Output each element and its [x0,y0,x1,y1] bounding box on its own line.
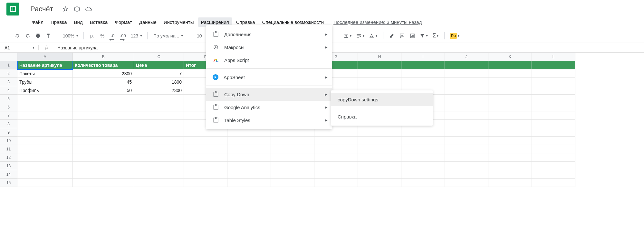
cell-I15[interactable] [401,179,445,187]
cell-E10[interactable] [227,137,271,145]
cell-E12[interactable] [227,153,271,162]
cell-A6[interactable] [17,103,73,111]
cell-D13[interactable] [184,162,227,170]
col-header-I[interactable]: I [401,53,445,61]
addon-shortcut[interactable]: Pч▼ [448,31,461,40]
functions-icon[interactable]: Σ▼ [431,31,440,40]
cell-B13[interactable] [73,162,134,170]
cell-C7[interactable] [134,111,184,120]
decrease-decimal-icon[interactable]: .0 [108,31,117,40]
cell-C5[interactable] [134,95,184,103]
cell-B10[interactable] [73,137,134,145]
menu-item-copy-down[interactable]: Copy Down ▶ [206,88,332,101]
cell-A4[interactable]: Профиль [17,86,73,95]
cell-H11[interactable] [358,145,401,153]
cell-B8[interactable] [73,120,134,128]
cell-H1[interactable] [358,61,401,69]
cell-L11[interactable] [532,145,575,153]
cell-C9[interactable] [134,128,184,137]
cell-J11[interactable] [445,145,488,153]
undo-icon[interactable] [13,31,22,40]
redo-icon[interactable] [23,31,32,40]
cell-G10[interactable] [314,137,358,145]
cell-K9[interactable] [488,128,532,137]
chart-icon[interactable] [408,31,417,40]
sheets-logo[interactable] [6,3,19,15]
cell-B1[interactable]: Количество товара [73,61,134,69]
cell-L3[interactable] [532,78,575,86]
cell-G14[interactable] [314,170,358,179]
vertical-align-icon[interactable]: ▼ [342,31,354,40]
cell-I3[interactable] [401,78,445,86]
menu-tools[interactable]: Инструменты [160,17,197,27]
cell-F11[interactable] [271,145,314,153]
cell-K7[interactable] [488,111,532,120]
cell-K11[interactable] [488,145,532,153]
cell-B14[interactable] [73,170,134,179]
row-header-11[interactable]: 11 [0,145,17,153]
cell-K5[interactable] [488,95,532,103]
cell-G13[interactable] [314,162,358,170]
cell-I2[interactable] [401,69,445,78]
cell-K8[interactable] [488,120,532,128]
cell-C4[interactable]: 2300 [134,86,184,95]
cell-D11[interactable] [184,145,227,153]
menu-format[interactable]: Формат [111,17,135,27]
cell-H13[interactable] [358,162,401,170]
percent-button[interactable]: % [98,31,107,40]
cell-B9[interactable] [73,128,134,137]
cell-A7[interactable] [17,111,73,120]
cell-J5[interactable] [445,95,488,103]
cell-I13[interactable] [401,162,445,170]
link-icon[interactable] [387,31,396,40]
menu-edit[interactable]: Правка [47,17,70,27]
row-header-2[interactable]: 2 [0,69,17,78]
cell-I14[interactable] [401,170,445,179]
cell-A9[interactable] [17,128,73,137]
cell-H3[interactable] [358,78,401,86]
row-header-7[interactable]: 7 [0,111,17,120]
cell-G15[interactable] [314,179,358,187]
cell-L8[interactable] [532,120,575,128]
cell-A14[interactable] [17,170,73,179]
comment-icon[interactable] [398,31,407,40]
col-header-B[interactable]: B [73,53,134,61]
cell-F14[interactable] [271,170,314,179]
cell-L13[interactable] [532,162,575,170]
cell-D12[interactable] [184,153,227,162]
cell-J10[interactable] [445,137,488,145]
cell-K14[interactable] [488,170,532,179]
cell-A10[interactable] [17,137,73,145]
cell-L12[interactable] [532,153,575,162]
cell-H12[interactable] [358,153,401,162]
currency-button[interactable]: р. [88,31,97,40]
cell-B2[interactable]: 2300 [73,69,134,78]
cell-F12[interactable] [271,153,314,162]
row-header-15[interactable]: 15 [0,179,17,187]
cell-E9[interactable] [227,128,271,137]
cell-K2[interactable] [488,69,532,78]
cloud-icon[interactable] [85,5,92,13]
col-header-A[interactable]: A [17,53,73,61]
cell-C14[interactable] [134,170,184,179]
cell-H10[interactable] [358,137,401,145]
cell-A15[interactable] [17,179,73,187]
paint-format-icon[interactable] [44,31,53,40]
cell-F15[interactable] [271,179,314,187]
cell-F9[interactable] [271,128,314,137]
cell-C3[interactable]: 1800 [134,78,184,86]
cell-L6[interactable] [532,103,575,111]
cell-B15[interactable] [73,179,134,187]
last-edit-link[interactable]: Последнее изменение: 3 минуты назад [333,19,422,25]
cell-I9[interactable] [401,128,445,137]
cell-K6[interactable] [488,103,532,111]
cell-C13[interactable] [134,162,184,170]
cell-G11[interactable] [314,145,358,153]
text-rotation-icon[interactable]: ▼ [368,31,379,40]
formula-input[interactable] [55,45,644,50]
cell-A8[interactable] [17,120,73,128]
cell-A2[interactable]: Пакеты [17,69,73,78]
cell-D14[interactable] [184,170,227,179]
cell-K15[interactable] [488,179,532,187]
col-header-K[interactable]: K [488,53,532,61]
